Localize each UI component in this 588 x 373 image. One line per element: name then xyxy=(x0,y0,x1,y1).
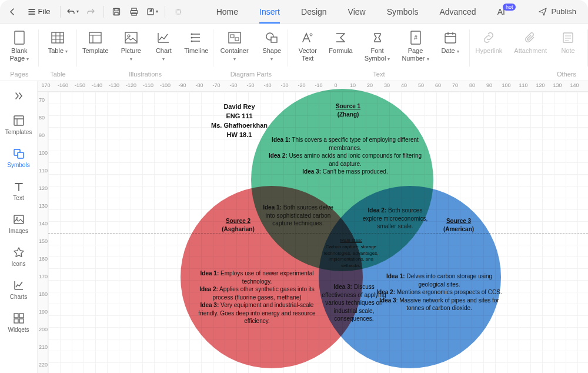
charts-icon xyxy=(12,279,25,292)
page-number-button[interactable]: # PageNumber ▾ xyxy=(396,28,435,69)
blank-page-button[interactable]: BlankPage ▾ xyxy=(4,28,35,69)
svg-point-29 xyxy=(16,218,18,219)
picture-button[interactable]: Picture ▾ xyxy=(113,28,148,69)
timeline-icon xyxy=(188,29,205,46)
text-icon xyxy=(12,180,25,193)
container-label: Container xyxy=(220,47,249,54)
doc-header[interactable]: David Rey ENG 111 Ms. Ghafhoerkhan HW 18… xyxy=(201,102,278,140)
formula-icon xyxy=(332,29,349,46)
svg-rect-16 xyxy=(230,35,234,38)
canvas[interactable]: David Rey ENG 111 Ms. Ghafhoerkhan HW 18… xyxy=(48,92,588,373)
hyperlink-icon xyxy=(480,29,497,46)
source3-ideas[interactable]: Idea 1: Delves into carbon storage using… xyxy=(375,272,504,312)
attachment-icon xyxy=(522,29,539,46)
container-icon xyxy=(226,29,243,46)
tab-design[interactable]: Design xyxy=(290,0,338,24)
picture-label: Picture xyxy=(121,47,141,54)
tab-home[interactable]: Home xyxy=(206,0,249,24)
source3-title[interactable]: Source 3(American) xyxy=(429,217,488,233)
formula-button[interactable]: Formula xyxy=(323,28,358,69)
tab-insert[interactable]: Insert xyxy=(249,0,290,24)
source2-title[interactable]: Source 2(Asgharian) xyxy=(209,217,268,233)
export-button[interactable]: ▾ xyxy=(145,4,161,20)
vector-text-button[interactable]: VectorText xyxy=(292,28,323,69)
svg-point-20 xyxy=(310,34,312,36)
hamburger-icon xyxy=(28,8,36,16)
font-symbol-button[interactable]: FontSymbol ▾ xyxy=(359,28,396,69)
center-main-idea[interactable]: Main Idea:Carbon capture: storage techno… xyxy=(319,238,383,269)
vector-text-label: VectorText xyxy=(299,47,317,62)
print-button[interactable] xyxy=(126,4,142,20)
container-button[interactable]: Container ▾ xyxy=(213,28,255,69)
main-tabs: Home Insert Design View Symbols Advanced… xyxy=(206,0,529,24)
file-menu[interactable]: File xyxy=(23,4,55,20)
hyperlink-button: Hyperlink xyxy=(470,28,509,69)
svg-rect-23 xyxy=(445,34,456,43)
icons-icon xyxy=(12,246,25,259)
sidebar-images[interactable]: Imaqes xyxy=(2,209,35,238)
tab-advanced[interactable]: Advanced xyxy=(429,0,486,24)
source1-title[interactable]: Source 1(Zhang) xyxy=(313,102,383,118)
publish-button[interactable]: Publish xyxy=(531,7,583,16)
source2-ideas[interactable]: Idea 1: Employs use of newer experimenta… xyxy=(192,269,322,325)
overlap-13[interactable]: Idea 2: Both sources explore microeconom… xyxy=(360,207,430,231)
shape-button[interactable]: Shape ▾ xyxy=(255,28,288,69)
templates-icon xyxy=(12,114,25,127)
expand-icon xyxy=(12,89,25,102)
date-button[interactable]: Date ▾ xyxy=(435,28,466,69)
publish-label: Publish xyxy=(551,7,576,16)
page-number-icon: # xyxy=(407,29,424,46)
header-hw: HW 18.1 xyxy=(227,131,252,138)
table-icon xyxy=(49,29,66,46)
overlap-23[interactable]: Idea 3: Discuss effectiveness of applyin… xyxy=(316,283,392,323)
tab-symbols[interactable]: Symbols xyxy=(376,0,429,24)
widgets-icon xyxy=(12,312,25,325)
table-button[interactable]: Table ▾ xyxy=(42,28,74,69)
tab-view[interactable]: View xyxy=(338,0,376,24)
ribbon: BlankPage ▾ Pages Table ▾ Table Template… xyxy=(0,24,588,81)
attachment-label: Attachment xyxy=(514,47,547,55)
sidebar-images-label: Imaqes xyxy=(9,228,28,234)
sidebar-symbols[interactable]: Symbols xyxy=(2,144,35,172)
redo-button[interactable] xyxy=(83,4,99,20)
ribbon-cap-table: Table xyxy=(50,69,65,80)
svg-rect-17 xyxy=(235,38,239,41)
sidebar-icons[interactable]: Icons xyxy=(2,242,35,271)
template-icon xyxy=(87,29,103,46)
attachment-button: Attachment xyxy=(508,28,553,69)
vector-text-icon xyxy=(299,29,316,46)
timeline-button[interactable]: Timeline xyxy=(179,28,213,69)
svg-point-12 xyxy=(191,34,192,35)
ribbon-cap-illustrations: Illustrations xyxy=(129,69,162,80)
sidebar-charts[interactable]: Charts xyxy=(2,275,35,304)
svg-rect-7 xyxy=(15,31,24,44)
sidebar-widgets[interactable]: Widqets xyxy=(2,308,35,337)
publish-icon xyxy=(538,7,547,16)
chart-icon xyxy=(155,29,172,46)
header-course: ENG 111 xyxy=(226,112,252,119)
sidebar-expand[interactable] xyxy=(2,86,35,106)
hot-badge: hot xyxy=(503,4,516,11)
separator xyxy=(60,6,61,18)
overlap-12[interactable]: Idea 1: Both sources delve into sophisti… xyxy=(260,204,336,228)
sidebar-templates[interactable]: Templates xyxy=(2,111,35,139)
note-button: Note xyxy=(553,28,583,69)
svg-point-11 xyxy=(128,35,130,37)
template-button[interactable]: Template xyxy=(77,28,113,69)
back-button[interactable] xyxy=(5,4,21,20)
tab-ai[interactable]: AIhot xyxy=(487,0,529,24)
chart-button[interactable]: Chart ▾ xyxy=(148,28,179,69)
shape-label: Shape xyxy=(262,47,281,54)
svg-rect-32 xyxy=(14,319,18,323)
qat-more-button[interactable]: ⬚ xyxy=(170,4,186,20)
save-button[interactable] xyxy=(109,4,125,20)
ribbon-cap-pages: Pages xyxy=(10,69,28,80)
font-symbol-icon xyxy=(369,29,386,46)
source1-ideas[interactable]: Idea 1: This covers a specific type of e… xyxy=(266,136,425,176)
ribbon-cap-others: Others xyxy=(557,69,588,80)
sidebar-text[interactable]: Text xyxy=(2,176,35,205)
ribbon-cap-diagram: Diagram Parts xyxy=(230,69,272,80)
template-label: Template xyxy=(82,47,109,55)
sidebar-icons-label: Icons xyxy=(12,261,26,267)
undo-button[interactable]: ▾ xyxy=(65,4,81,20)
